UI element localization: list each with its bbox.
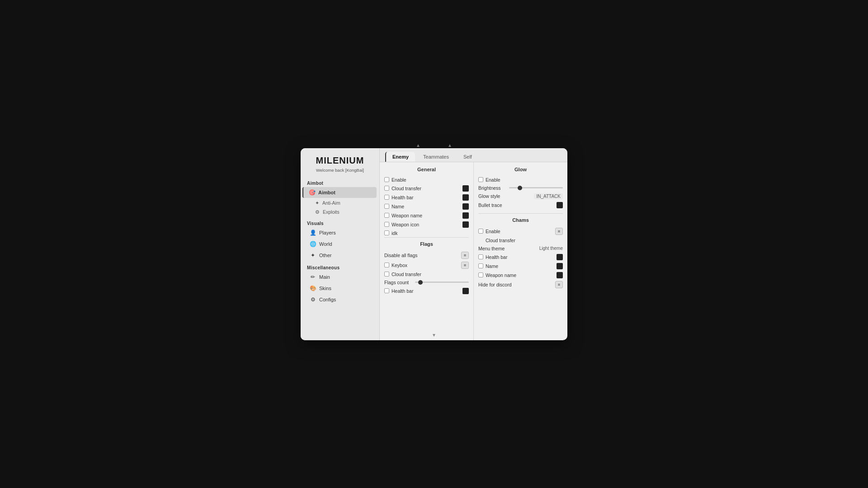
tab-teammates[interactable]: Teammates [417,152,455,162]
sidebar-item-label-world: World [319,241,332,247]
general-enable-checkbox[interactable] [384,177,389,182]
flags-disable-all-row: Disable all flags ≡ [384,250,469,260]
chams-enable-label: Enable [486,229,500,234]
flags-health-bar-label: Health bar [392,288,413,294]
col-left: General Enable Cloud transfer [380,162,474,340]
tab-enemy[interactable]: Enemy [385,152,415,162]
menu-theme-row: Menu theme Light theme [478,244,563,253]
anti-aim-icon: ✦ [315,200,319,206]
hide-discord-row: Hide for discord ≡ [478,280,563,290]
sidebar-item-configs[interactable]: ⚙ Configs [303,294,377,305]
general-cloud-transfer-label: Cloud transfer [392,186,421,191]
flags-health-bar-color[interactable] [462,288,469,294]
top-arrow-left: ▲ [416,143,420,148]
sidebar-item-players[interactable]: 👤 Players [303,227,377,238]
flags-keybox-btn[interactable]: ≡ [461,262,469,269]
welcome-text: Welcome back [KongBai] [301,168,379,173]
flags-disable-all-label: Disable all flags [384,253,418,258]
menu-theme-label: Menu theme [478,246,505,251]
chams-cloud-transfer-row: Cloud transfer [478,236,563,244]
divider-1 [478,213,563,214]
main-icon: ✏ [310,274,316,280]
sidebar-item-label-configs: Configs [319,297,336,302]
hide-discord-label: Hide for discord [478,282,512,287]
general-name-label: Name [392,204,404,209]
world-icon: 🌐 [310,241,316,247]
general-weapon-name-color[interactable] [462,212,469,219]
general-name-color[interactable] [462,203,469,210]
main-panel: MILENIUM Welcome back [KongBai] Aimbot 🎯… [301,148,567,340]
general-name-checkbox[interactable] [384,204,389,209]
general-enable-row: Enable [384,176,469,184]
general-cloud-transfer-checkbox[interactable] [384,186,389,191]
section-visuals: Visuals [301,219,379,227]
bullet-trace-color[interactable] [557,202,563,208]
content-area: General Enable Cloud transfer [380,162,567,340]
general-health-bar-checkbox[interactable] [384,195,389,200]
other-icon: ✦ [310,252,316,258]
general-health-bar-row: Health bar [384,193,469,202]
general-weapon-name-checkbox[interactable] [384,213,389,218]
general-cloud-transfer-color[interactable] [462,185,469,192]
hide-discord-btn[interactable]: ≡ [555,281,563,288]
chams-cloud-transfer-checkbox[interactable] [478,238,483,243]
chams-health-bar-color[interactable] [557,254,563,260]
flags-disable-all-btn[interactable]: ≡ [461,252,469,259]
flags-health-bar-checkbox[interactable] [384,288,389,293]
chams-health-bar-checkbox[interactable] [478,254,483,259]
general-weapon-icon-color[interactable] [462,221,469,228]
chams-enable-btn[interactable]: ≡ [555,228,563,235]
general-weapon-icon-row: Weapon icon [384,220,469,229]
sidebar-item-label-main: Main [319,274,330,280]
general-idk-label: idk [392,230,397,236]
section-aimbot: Aimbot [301,179,379,187]
general-weapon-icon-label: Weapon icon [392,222,419,227]
col-right: Glow Enable Brightness [474,162,567,340]
flags-count-row: Flags count [384,280,469,285]
general-weapon-icon-checkbox[interactable] [384,222,389,227]
flags-keybox-checkbox[interactable] [384,263,389,267]
brightness-row: Brightness [478,185,563,191]
sidebar-item-aimbot[interactable]: 🎯 Aimbot [302,187,377,198]
flags-count-label: Flags count [384,280,412,285]
sidebar-item-exploits[interactable]: ⚙ Exploits [301,207,379,216]
general-weapon-name-label: Weapon name [392,213,422,218]
scroll-down-arrow[interactable]: ▼ [432,333,436,338]
sidebar-item-anti-aim[interactable]: ✦ Anti-Aim [301,198,379,207]
tab-bar: Enemy Teammates Self [380,148,567,162]
bullet-trace-row: Bullet trace [478,201,563,210]
sidebar-item-skins[interactable]: 🎨 Skins [303,283,377,294]
glow-enable-checkbox[interactable] [478,177,483,182]
sidebar-item-main[interactable]: ✏ Main [303,272,377,282]
general-health-bar-color[interactable] [462,194,469,201]
chams-name-checkbox[interactable] [478,263,483,268]
sidebar-item-world[interactable]: 🌐 World [303,239,377,249]
sidebar-item-label-aimbot: Aimbot [318,190,335,195]
chams-name-label: Name [486,263,498,269]
general-health-bar-label: Health bar [392,195,413,200]
sidebar: MILENIUM Welcome back [KongBai] Aimbot 🎯… [301,148,380,340]
flags-heading: Flags [384,237,469,247]
flags-cloud-transfer-checkbox[interactable] [384,272,389,277]
general-idk-checkbox[interactable] [384,230,389,235]
tab-self[interactable]: Self [457,152,478,162]
brightness-slider[interactable] [509,187,563,188]
chams-enable-checkbox[interactable] [478,229,483,234]
chams-weapon-name-checkbox[interactable] [478,272,483,277]
chams-heading: Chams [478,217,563,223]
chams-weapon-name-color[interactable] [557,272,563,278]
menu-theme-value[interactable]: Light theme [539,246,563,251]
glow-style-row: Glow style IN_ATTACK [478,192,563,201]
flags-keybox-label: Keybox [392,263,407,268]
glow-enable-row: Enable [478,176,563,184]
general-heading: General [384,167,469,172]
sidebar-item-label-anti-aim: Anti-Aim [322,200,340,206]
general-name-row: Name [384,202,469,211]
chams-name-color[interactable] [557,263,563,269]
sidebar-item-other[interactable]: ✦ Other [303,250,377,261]
bullet-trace-label: Bullet trace [478,202,502,208]
brightness-label: Brightness [478,185,506,191]
flags-count-slider[interactable] [415,282,469,283]
glow-style-value[interactable]: IN_ATTACK [534,193,563,199]
section-misc: Miscellaneous [301,263,379,271]
